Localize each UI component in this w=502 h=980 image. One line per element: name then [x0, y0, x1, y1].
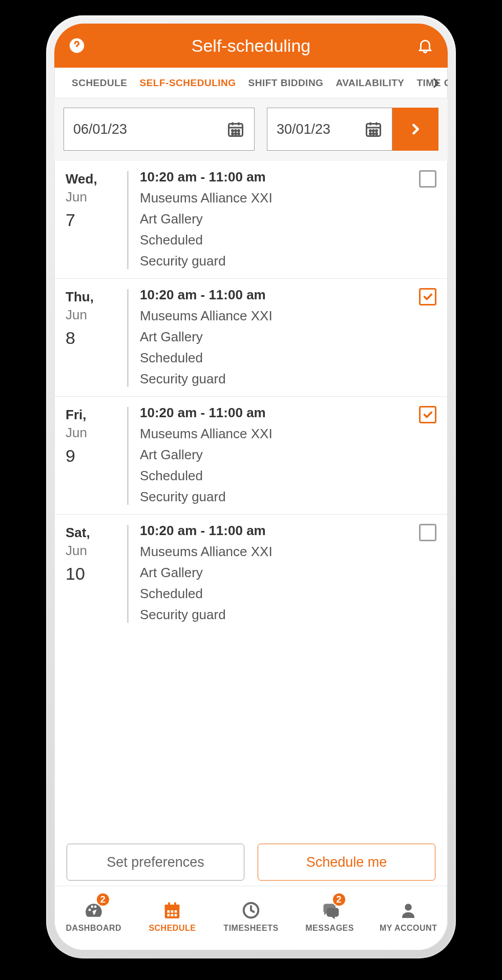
shift-checkbox[interactable]	[419, 170, 436, 188]
shift-details: 10:20 am - 11:00 am Museums Alliance XXI…	[140, 405, 436, 505]
tab-shift-bidding[interactable]: SHIFT BIDDING	[242, 77, 330, 89]
shift-date: Thu, Jun 8	[66, 287, 127, 387]
svg-point-27	[405, 904, 412, 911]
shift-status: Scheduled	[140, 468, 436, 484]
shift-role: Security guard	[140, 607, 436, 623]
shift-role: Security guard	[140, 253, 436, 269]
shift-month: Jun	[66, 425, 127, 441]
nav-label: MESSAGES	[305, 924, 354, 933]
shift-date: Fri, Jun 9	[66, 405, 127, 505]
shift-time: 10:20 am - 11:00 am	[140, 169, 436, 185]
svg-point-6	[232, 133, 234, 135]
shift-daynum: 7	[66, 210, 127, 230]
action-row: Set preferences Schedule me	[54, 835, 448, 886]
shift-daynum: 9	[66, 446, 127, 466]
shift-details: 10:20 am - 11:00 am Museums Alliance XXI…	[140, 169, 436, 269]
shift-date: Sat, Jun 10	[66, 523, 127, 623]
tab-row: SCHEDULE SELF-SCHEDULING SHIFT BIDDING A…	[54, 68, 448, 98]
nav-messages[interactable]: MESSAGES 2	[290, 886, 369, 946]
nav-dashboard[interactable]: DASHBOARD 2	[54, 886, 133, 946]
chevron-right-icon[interactable]	[427, 74, 445, 92]
shift-row[interactable]: Wed, Jun 7 10:20 am - 11:00 am Museums A…	[54, 161, 448, 278]
tab-schedule[interactable]: SCHEDULE	[66, 77, 134, 89]
shift-checkbox[interactable]	[419, 524, 436, 541]
shift-row[interactable]: Sat, Jun 10 10:20 am - 11:00 am Museums …	[54, 514, 448, 632]
tab-availability[interactable]: AVAILABILITY	[329, 77, 410, 89]
shift-row[interactable]: Thu, Jun 8 10:20 am - 11:00 am Museums A…	[54, 278, 448, 396]
nav-label: MY ACCOUNT	[380, 924, 437, 933]
shift-daynum: 8	[66, 328, 127, 348]
shift-location: Art Gallery	[140, 447, 436, 463]
svg-point-11	[373, 130, 374, 132]
nav-badge: 2	[96, 892, 110, 907]
shift-location: Art Gallery	[140, 211, 436, 227]
shift-month: Jun	[66, 189, 127, 205]
shift-org: Museums Alliance XXI	[140, 190, 436, 206]
shift-org: Museums Alliance XXI	[140, 544, 436, 560]
shift-org: Museums Alliance XXI	[140, 308, 436, 324]
bell-icon[interactable]	[415, 35, 435, 56]
divider	[127, 171, 129, 269]
help-icon[interactable]	[67, 35, 87, 56]
date-to-value: 30/01/23	[277, 121, 364, 137]
shift-location: Art Gallery	[140, 329, 436, 345]
date-range-row: 06/01/23 30/01/23	[54, 98, 448, 161]
shift-dow: Wed,	[66, 171, 127, 187]
shift-dow: Thu,	[66, 289, 127, 305]
shift-row[interactable]: Fri, Jun 9 10:20 am - 11:00 am Museums A…	[54, 396, 448, 514]
svg-point-5	[238, 130, 240, 132]
shift-month: Jun	[66, 543, 127, 559]
nav-label: DASHBOARD	[66, 924, 122, 933]
shift-details: 10:20 am - 11:00 am Museums Alliance XXI…	[140, 287, 436, 387]
shift-dow: Fri,	[66, 407, 127, 423]
shift-status: Scheduled	[140, 350, 436, 366]
nav-label: SCHEDULE	[149, 924, 196, 933]
tab-self-scheduling[interactable]: SELF-SCHEDULING	[134, 77, 242, 89]
nav-timesheets[interactable]: TIMESHEETS	[212, 886, 290, 946]
date-to-input[interactable]: 30/01/23	[267, 108, 392, 151]
user-icon	[398, 900, 419, 921]
divider	[127, 289, 129, 387]
calendar-icon	[364, 120, 383, 138]
shift-status: Scheduled	[140, 232, 436, 248]
svg-rect-20	[175, 910, 177, 913]
svg-point-1	[76, 48, 78, 50]
clock-icon	[241, 900, 261, 921]
shift-month: Jun	[66, 307, 127, 323]
shift-time: 10:20 am - 11:00 am	[140, 523, 436, 539]
shift-dow: Sat,	[66, 525, 127, 541]
svg-rect-24	[168, 902, 170, 906]
page-title: Self-scheduling	[87, 36, 415, 56]
svg-rect-18	[168, 910, 170, 913]
svg-point-8	[238, 133, 240, 135]
shift-checkbox[interactable]	[419, 288, 436, 305]
apply-date-range-button[interactable]	[392, 108, 438, 151]
shift-date: Wed, Jun 7	[66, 169, 127, 269]
set-preferences-button[interactable]: Set preferences	[67, 844, 244, 881]
app-viewport: Self-scheduling SCHEDULE SELF-SCHEDULING…	[54, 24, 448, 950]
shift-daynum: 10	[66, 564, 127, 584]
divider	[127, 525, 129, 623]
shift-list[interactable]: Wed, Jun 7 10:20 am - 11:00 am Museums A…	[54, 161, 448, 835]
nav-my-account[interactable]: MY ACCOUNT	[369, 886, 448, 946]
svg-point-14	[373, 133, 374, 135]
calendar-icon	[162, 900, 182, 921]
shift-details: 10:20 am - 11:00 am Museums Alliance XXI…	[140, 523, 436, 623]
svg-rect-25	[174, 902, 176, 906]
app-header: Self-scheduling	[54, 24, 448, 68]
divider	[127, 407, 129, 505]
nav-badge: 2	[332, 892, 346, 907]
shift-org: Museums Alliance XXI	[140, 426, 436, 442]
shift-status: Scheduled	[140, 586, 436, 602]
shift-time: 10:20 am - 11:00 am	[140, 405, 436, 421]
svg-point-15	[376, 133, 378, 135]
nav-schedule[interactable]: SCHEDULE	[133, 886, 212, 946]
nav-label: TIMESHEETS	[223, 924, 278, 933]
shift-checkbox[interactable]	[419, 406, 436, 423]
date-from-input[interactable]: 06/01/23	[64, 108, 255, 151]
svg-rect-19	[171, 910, 174, 913]
svg-point-10	[370, 130, 371, 132]
calendar-icon	[226, 120, 245, 138]
schedule-me-button[interactable]: Schedule me	[258, 844, 435, 881]
date-from-value: 06/01/23	[73, 121, 226, 137]
